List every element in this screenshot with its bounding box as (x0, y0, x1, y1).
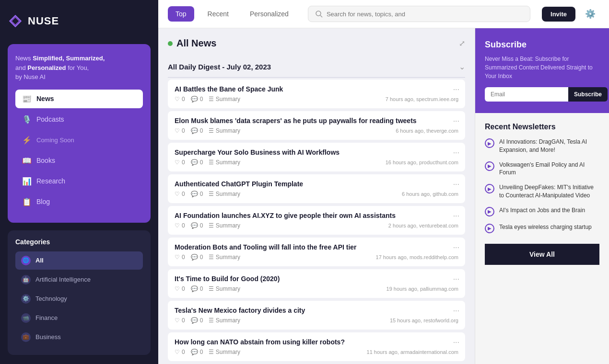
nav-item-podcasts[interactable]: 🎙️ Podcasts (15, 110, 143, 129)
news-actions-6: ♡ 0 💬 0 ☰ Summary (175, 285, 240, 292)
comment-btn-8[interactable]: 💬 0 (191, 349, 203, 355)
summary-btn-2[interactable]: ☰ Summary (209, 159, 240, 166)
news-source-0: 7 hours ago, spectrum.ieee.org (386, 96, 458, 102)
comment-btn-3[interactable]: 💬 0 (191, 191, 203, 197)
summary-btn-1[interactable]: ☰ Summary (209, 127, 240, 134)
svg-line-3 (320, 15, 322, 17)
news-actions-3: ♡ 0 💬 0 ☰ Summary (175, 191, 240, 197)
news-source-6: 19 hours ago, palliummag.com (386, 286, 458, 292)
news-panel: All News ⤢ All Daily Digest - July 02, 2… (158, 28, 609, 364)
live-indicator (168, 41, 173, 46)
view-all-button[interactable]: View All (485, 244, 599, 265)
more-btn-5[interactable]: ··· (453, 243, 459, 252)
summary-btn-8[interactable]: ☰ Summary (209, 349, 240, 355)
list-item[interactable]: ▶ AI's Impact on Jobs and the Brain (485, 206, 599, 216)
summary-btn-5[interactable]: ☰ Summary (209, 254, 240, 261)
list-item[interactable]: ▶ Volkswagen's Email Policy and AI Forum (485, 161, 599, 177)
comment-btn-2[interactable]: 💬 0 (191, 159, 203, 166)
more-btn-3[interactable]: ··· (453, 180, 459, 189)
settings-button[interactable]: ⚙️ (581, 7, 599, 21)
news-item-meta-7: ♡ 0 💬 0 ☰ Summary 15 hours ago, restofwo… (175, 317, 458, 324)
like-btn-3[interactable]: ♡ 0 (175, 191, 185, 197)
like-btn-0[interactable]: ♡ 0 (175, 96, 185, 102)
podcasts-icon: 🎙️ (22, 115, 32, 124)
summary-btn-6[interactable]: ☰ Summary (209, 285, 240, 292)
coming-soon-icon: ⚡ (22, 136, 32, 145)
nav-item-research[interactable]: 📊 Research (15, 172, 143, 191)
summary-btn-7[interactable]: ☰ Summary (209, 317, 240, 324)
like-btn-5[interactable]: ♡ 0 (175, 254, 185, 261)
main-content: Top Recent Personalized Invite ⚙️ All Ne… (158, 0, 609, 364)
list-item[interactable]: ▶ Tesla eyes wireless charging startup (485, 223, 599, 233)
category-ai-label: Artificial Intelligence (35, 276, 91, 283)
list-item[interactable]: ▶ Unveiling DeepFakes: MIT's Initiative … (485, 183, 599, 200)
news-actions-0: ♡ 0 💬 0 ☰ Summary (175, 96, 240, 102)
more-btn-1[interactable]: ··· (453, 117, 459, 125)
nav-label-podcasts: Podcasts (36, 115, 64, 123)
nav-item-books[interactable]: 📖 Books (15, 151, 143, 170)
subscribe-button[interactable]: Subscribe (568, 87, 608, 102)
news-item-title-0: AI Battles the Bane of Space Junk (175, 85, 458, 93)
news-source-4: 2 hours ago, venturebeat.com (388, 223, 458, 228)
more-btn-0[interactable]: ··· (453, 85, 459, 94)
news-source-5: 17 hours ago, mods.reddithelp.com (376, 254, 458, 260)
news-item-meta-1: ♡ 0 💬 0 ☰ Summary 6 hours ago, theverge.… (175, 127, 458, 134)
category-business[interactable]: 💼 Business (15, 328, 143, 346)
table-row: Authenticated ChatGPT Plugin Template ♡ … (168, 174, 465, 203)
summary-btn-3[interactable]: ☰ Summary (209, 191, 240, 197)
category-tech-label: Technology (35, 295, 67, 302)
comment-btn-0[interactable]: 💬 0 (191, 96, 203, 102)
like-btn-4[interactable]: ♡ 0 (175, 222, 185, 229)
invite-button[interactable]: Invite (542, 7, 575, 22)
summary-btn-4[interactable]: ☰ Summary (209, 222, 240, 229)
nl-arrow-icon-4: ▶ (485, 224, 494, 233)
search-input[interactable] (327, 11, 523, 18)
email-field[interactable] (485, 87, 568, 102)
tab-recent[interactable]: Recent (200, 6, 236, 22)
tagline-text3: for You, (66, 64, 89, 71)
more-btn-8[interactable]: ··· (453, 338, 459, 347)
comment-btn-7[interactable]: 💬 0 (191, 317, 203, 324)
category-tech[interactable]: ⚙️ Technology (15, 290, 143, 308)
comment-btn-1[interactable]: 💬 0 (191, 127, 203, 134)
like-btn-1[interactable]: ♡ 0 (175, 127, 185, 134)
subscribe-text: Never Miss a Beat: Subscribe for Summari… (485, 55, 599, 80)
subscribe-form: Subscribe (485, 87, 599, 102)
list-item[interactable]: ▶ AI Innovations: DragGAN, Tesla AI Expa… (485, 138, 599, 154)
expand-icon[interactable]: ⤢ (459, 39, 465, 48)
comment-btn-6[interactable]: 💬 0 (191, 285, 203, 292)
sidebar-nav-card: News Simplified, Summarized, and Persona… (8, 44, 151, 223)
more-btn-7[interactable]: ··· (453, 307, 459, 315)
like-btn-2[interactable]: ♡ 0 (175, 159, 185, 166)
tagline: News Simplified, Summarized, and Persona… (15, 54, 143, 82)
digest-collapse-icon[interactable]: ⌄ (459, 62, 465, 71)
news-source-1: 6 hours ago, theverge.com (396, 128, 458, 134)
news-item-title-4: AI Foundation launches AI.XYZ to give pe… (175, 212, 458, 219)
newsletter-text-4: Tesla eyes wireless charging startup (499, 223, 592, 231)
tab-top[interactable]: Top (168, 6, 194, 22)
newsletter-text-1: Volkswagen's Email Policy and AI Forum (499, 161, 599, 177)
categories-card: Categories 🌐 All 🤖 Artificial Intelligen… (8, 230, 151, 355)
like-btn-6[interactable]: ♡ 0 (175, 285, 185, 292)
nav-label-blog: Blog (36, 198, 50, 205)
category-all[interactable]: 🌐 All (15, 251, 143, 270)
table-row: AI Battles the Bane of Space Junk ♡ 0 💬 … (168, 80, 465, 108)
like-btn-8[interactable]: ♡ 0 (175, 349, 185, 355)
tab-personalized[interactable]: Personalized (242, 6, 296, 22)
nav-item-news[interactable]: 📰 News (15, 90, 143, 108)
books-icon: 📖 (22, 156, 32, 165)
summary-btn-0[interactable]: ☰ Summary (209, 96, 240, 102)
more-btn-4[interactable]: ··· (453, 212, 459, 220)
news-header: All News ⤢ (168, 38, 465, 49)
comment-btn-5[interactable]: 💬 0 (191, 254, 203, 261)
nl-arrow-icon-1: ▶ (485, 161, 494, 171)
nav-item-blog[interactable]: 📋 Blog (15, 193, 143, 211)
more-btn-6[interactable]: ··· (453, 275, 459, 284)
category-finance[interactable]: 📹 Finance (15, 309, 143, 327)
category-ai[interactable]: 🤖 Artificial Intelligence (15, 271, 143, 289)
tagline-bold2: Personalized (27, 64, 66, 71)
like-btn-7[interactable]: ♡ 0 (175, 317, 185, 324)
nav-label-research: Research (36, 177, 65, 185)
more-btn-2[interactable]: ··· (453, 148, 459, 157)
comment-btn-4[interactable]: 💬 0 (191, 222, 203, 229)
